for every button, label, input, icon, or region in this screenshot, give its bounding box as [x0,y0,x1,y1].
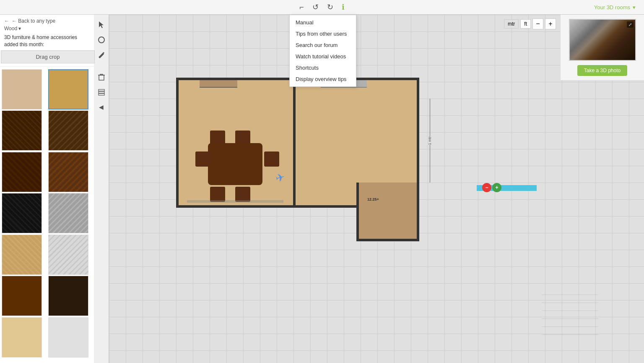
dropdown-menu: Manual Tips from other users Search our … [289,15,356,87]
items-grid [0,67,95,360]
preview-image [570,20,635,60]
bottom-ruler [187,200,283,203]
layer-tool[interactable] [96,86,107,98]
list-item[interactable] [48,276,88,316]
chair [264,151,279,167]
dimension-indicator: 1 mtr [428,99,432,183]
your-3d-rooms-label: Your 3D rooms [594,4,630,10]
sidebar: ← ← Back to any type Wood ▾ 3D furniture… [0,15,96,363]
drag-crop-label: Drag crop [1,50,95,63]
svg-rect-5 [99,94,104,95]
measure-label: 12.25+ [367,197,379,201]
topbar: ⌐ ↺ ↻ ℹ Your 3D rooms ▾ [0,0,644,15]
list-item[interactable] [2,276,42,316]
zoom-in-button[interactable]: + [545,18,556,29]
menu-item-overview-tips[interactable]: Display overview tips [290,73,356,85]
zoom-unit-mtr[interactable]: mtr [504,19,519,29]
resize-buttons: − + [482,183,501,192]
svg-rect-1 [99,75,104,80]
chair [210,187,225,202]
right-panel: ⤢ Take a 3D photo [560,15,644,80]
menu-item-tips[interactable]: Tips from other users [290,28,356,39]
list-item[interactable] [2,235,42,275]
svg-rect-4 [99,91,104,93]
zoom-unit-ft[interactable]: ft [520,19,531,29]
list-item[interactable] [48,110,88,151]
redo-icon[interactable]: ↻ [327,3,333,12]
list-item[interactable] [2,110,42,151]
list-item[interactable] [48,69,88,110]
list-item[interactable] [48,193,88,233]
svg-point-0 [99,37,104,43]
list-item[interactable] [48,152,88,192]
svg-rect-3 [99,89,104,91]
collapse-tool[interactable]: ◀ [96,101,107,113]
list-item[interactable] [48,317,88,358]
back-link[interactable]: ← ← Back to any type [4,18,91,24]
chair [235,187,250,202]
menu-item-forum[interactable]: Search our forum [290,39,356,51]
room-right-bottom: 12.25+ [356,183,419,241]
take-3d-photo-button[interactable]: Take a 3D photo [577,65,627,76]
list-item[interactable] [2,317,42,358]
dining-table [208,143,262,185]
undo-icon[interactable]: ↺ [312,3,319,12]
crop-icon[interactable]: ⌐ [299,3,304,12]
your-3d-rooms[interactable]: Your 3D rooms ▾ [594,0,636,15]
select-tool[interactable] [96,19,107,31]
sidebar-title: 3D furniture & home accessories added th… [4,34,91,48]
wood-label-text: Wood ▾ [4,26,21,31]
remove-button[interactable]: − [482,183,491,192]
chair [195,151,210,167]
zoom-controls: mtr ft − + [504,18,556,29]
menu-item-manual[interactable]: Manual [290,17,356,28]
vertical-toolbar: ◀ [94,15,109,363]
zoom-out-button[interactable]: − [532,18,543,29]
list-item[interactable] [2,193,42,233]
menu-item-videos[interactable]: Watch tutorial videos [290,51,356,62]
floorplan: ✈ − + 12.25+ 1 mtr [176,78,419,241]
dimension-label: 1 mtr [428,136,432,145]
list-item[interactable] [2,152,42,192]
list-item[interactable] [48,235,88,275]
add-button[interactable]: + [492,183,501,192]
help-icon[interactable]: ℹ [342,3,345,12]
pencil-tool[interactable] [96,49,107,61]
wood-dropdown[interactable]: Wood ▾ [4,26,91,31]
list-item[interactable] [2,69,42,110]
shape-tool[interactable] [96,34,107,46]
3d-preview: ⤢ [569,19,636,61]
dining-table-group [195,131,279,202]
delete-tool[interactable] [96,71,107,83]
chevron-down-icon: ▾ [633,4,636,10]
back-arrow-icon: ← [4,18,9,24]
expand-preview-button[interactable]: ⤢ [627,21,634,28]
menu-item-shortcuts[interactable]: Shortcuts [290,62,356,73]
back-label: ← Back to any type [12,18,55,24]
window-top-left [200,80,237,88]
counter-body [359,183,417,239]
room-left: ✈ [176,78,296,208]
counter-lines [542,293,598,342]
topbar-tools: ⌐ ↺ ↻ ℹ [299,3,345,12]
